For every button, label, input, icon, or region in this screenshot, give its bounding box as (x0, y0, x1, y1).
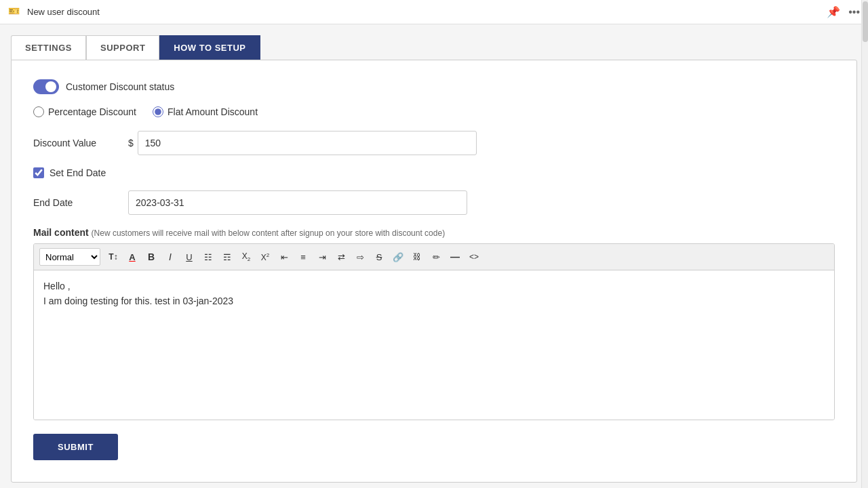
link-btn[interactable]: 🔗 (389, 248, 407, 266)
strikethrough-btn[interactable]: S (370, 248, 388, 266)
editor-line-2: I am doing testing for this. test in 03-… (43, 293, 825, 308)
top-bar: 🎫 New user discount 📌 ••• (0, 0, 868, 24)
scroll-thumb[interactable] (863, 1, 868, 42)
bold-btn[interactable]: B (142, 248, 160, 266)
align-center-btn[interactable]: ≡ (294, 248, 312, 266)
ordered-list-btn[interactable]: ☷ (199, 248, 217, 266)
top-bar-right: 📌 ••• (827, 5, 860, 18)
indent-btn[interactable]: ⇨ (351, 248, 369, 266)
font-color-btn[interactable]: A (123, 248, 141, 266)
font-size-btn[interactable]: T↕ (104, 248, 122, 266)
unlink-btn[interactable]: ⛓ (408, 248, 426, 266)
align-right-btn[interactable]: ⇥ (313, 248, 331, 266)
italic-btn[interactable]: I (161, 248, 179, 266)
format-select[interactable]: Normal Heading 1 Heading 2 Heading 3 (39, 248, 100, 266)
superscript-btn[interactable]: X2 (256, 248, 274, 266)
set-end-date-row: Set End Date (33, 167, 835, 178)
end-date-label: End Date (33, 197, 128, 208)
clear-format-btn[interactable]: ✏ (427, 248, 445, 266)
end-date-input[interactable] (128, 190, 467, 215)
discount-value-input[interactable] (138, 131, 477, 155)
editor-line-1: Hello , (43, 279, 825, 293)
editor-wrapper: Normal Heading 1 Heading 2 Heading 3 T↕ … (33, 243, 835, 420)
app-icon: 🎫 (8, 5, 22, 19)
discount-prefix: $ (128, 138, 134, 148)
submit-button[interactable]: SUBMIT (33, 434, 118, 460)
editor-body[interactable]: Hello , I am doing testing for this. tes… (34, 270, 834, 420)
scrollbar[interactable] (861, 0, 868, 488)
underline-btn[interactable]: U (180, 248, 198, 266)
settings-card: Customer Discount status Percentage Disc… (11, 60, 857, 483)
tab-how-to-setup[interactable]: HOW TO SETUP (159, 35, 260, 60)
main-content: SETTINGS SUPPORT HOW TO SETUP Customer D… (0, 24, 868, 488)
radio-percentage[interactable]: Percentage Discount (33, 106, 136, 117)
tab-settings[interactable]: SETTINGS (11, 35, 86, 60)
subscript-btn[interactable]: X2 (237, 248, 255, 266)
app-title: New user discount (27, 7, 100, 17)
discount-type-row: Percentage Discount Flat Amount Discount (33, 106, 835, 117)
toggle-row: Customer Discount status (33, 79, 835, 94)
top-bar-left: 🎫 New user discount (8, 5, 100, 19)
code-btn[interactable]: <> (465, 248, 483, 266)
align-left-btn[interactable]: ⇤ (275, 248, 293, 266)
radio-flat-amount[interactable]: Flat Amount Discount (153, 106, 258, 117)
justify-btn[interactable]: ⇄ (332, 248, 350, 266)
end-date-row: End Date (33, 190, 835, 215)
discount-status-toggle[interactable] (33, 79, 59, 94)
unordered-list-btn[interactable]: ☶ (218, 248, 236, 266)
hr-btn[interactable]: — (446, 248, 464, 266)
more-options-icon[interactable]: ••• (848, 6, 860, 18)
pin-icon[interactable]: 📌 (827, 5, 840, 18)
toggle-label: Customer Discount status (66, 81, 174, 92)
tabs-container: SETTINGS SUPPORT HOW TO SETUP (11, 35, 857, 60)
tab-support[interactable]: SUPPORT (86, 35, 159, 60)
discount-value-label: Discount Value (33, 138, 128, 148)
set-end-date-checkbox[interactable] (33, 167, 44, 178)
mail-content-note: (New customers will receive mail with be… (92, 228, 446, 238)
set-end-date-label: Set End Date (50, 167, 106, 178)
editor-toolbar: Normal Heading 1 Heading 2 Heading 3 T↕ … (34, 244, 834, 270)
discount-value-row: Discount Value $ (33, 131, 835, 155)
mail-content-label-row: Mail content (New customers will receive… (33, 227, 835, 238)
